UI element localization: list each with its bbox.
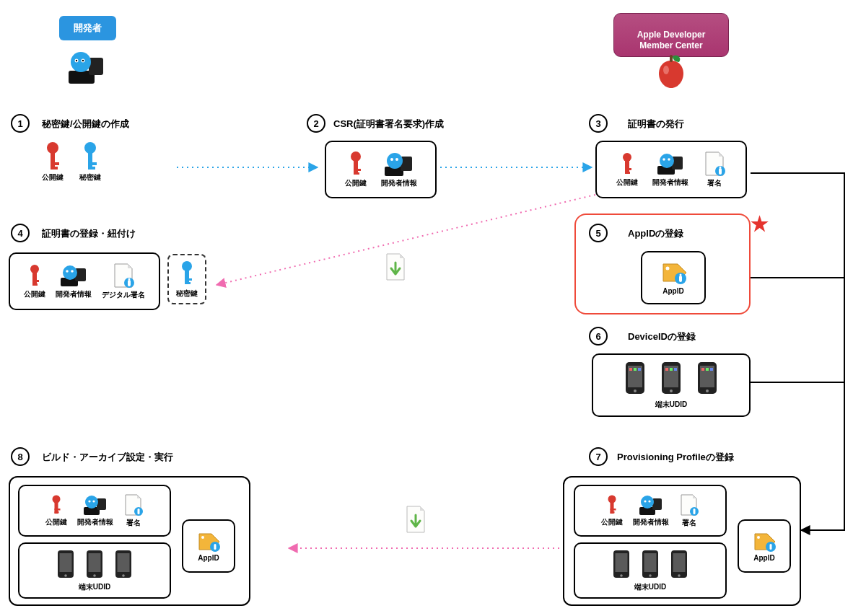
svg-point-11 — [76, 60, 77, 61]
step-8-appid-box: AppID — [182, 519, 235, 573]
step-8-cert-box: 公開鍵 開発者情報 署名 — [18, 485, 171, 537]
step-2-box: 公開鍵 開発者情報 — [325, 141, 437, 198]
phone-icon — [695, 361, 720, 395]
svg-point-43 — [720, 167, 722, 169]
appid-tag-icon — [751, 531, 777, 553]
step-7-cert-box: 公開鍵 開発者情報 署名 — [574, 485, 727, 537]
appid-tag-icon — [659, 261, 688, 286]
svg-rect-22 — [88, 167, 95, 170]
public-key-item: 公開鍵 — [601, 494, 623, 527]
svg-point-105 — [53, 496, 61, 503]
developer-icon — [82, 494, 108, 516]
svg-rect-117 — [60, 553, 72, 572]
label: 開発者情報 — [56, 289, 92, 299]
svg-rect-62 — [679, 276, 682, 282]
svg-rect-47 — [32, 283, 38, 286]
developer-avatar — [65, 49, 108, 87]
svg-point-29 — [387, 153, 403, 169]
step-4-private-key-box: 秘密鍵 — [167, 254, 206, 304]
svg-rect-110 — [97, 498, 106, 510]
svg-point-113 — [92, 500, 95, 502]
svg-point-98 — [649, 574, 652, 577]
svg-point-118 — [64, 574, 67, 577]
svg-rect-18 — [51, 167, 58, 170]
svg-point-95 — [620, 574, 623, 577]
svg-rect-26 — [354, 172, 359, 175]
key-red-icon — [620, 151, 634, 176]
label: 署名 — [682, 518, 696, 528]
svg-rect-107 — [55, 509, 61, 511]
svg-rect-120 — [89, 553, 101, 572]
key-red-icon — [605, 494, 618, 516]
svg-point-23 — [351, 151, 361, 162]
apple-icon — [652, 52, 691, 93]
device-row — [623, 361, 720, 395]
signature-item: 署名 — [123, 493, 144, 528]
signature-item: 署名 — [679, 493, 699, 528]
digital-signature-item: デジタル署名 — [102, 263, 145, 300]
appid-tag-icon — [196, 531, 222, 553]
step-1-number: 1 — [11, 114, 30, 133]
phone-icon — [659, 361, 683, 395]
svg-point-121 — [93, 574, 96, 577]
label: 公開鍵 — [42, 172, 64, 182]
svg-point-12 — [82, 60, 84, 61]
device-row — [611, 549, 689, 579]
key-blue-icon — [80, 141, 100, 171]
svg-rect-42 — [719, 168, 722, 175]
dev-info-item: 開発者情報 — [56, 263, 92, 299]
key-red-icon — [50, 494, 63, 516]
label: 秘密鍵 — [79, 172, 101, 182]
svg-point-56 — [182, 261, 192, 271]
svg-point-69 — [634, 390, 637, 392]
svg-rect-87 — [652, 498, 662, 510]
private-key-item: 秘密鍵 — [79, 141, 101, 182]
dev-info-item: 開発者情報 — [652, 151, 688, 188]
document-icon — [703, 151, 726, 177]
svg-point-13 — [663, 66, 669, 74]
label: 端末UDID — [602, 400, 740, 410]
step-8-number: 8 — [11, 447, 30, 466]
key-blue-icon — [178, 260, 196, 287]
svg-rect-84 — [611, 509, 616, 511]
label: 公開鍵 — [45, 517, 67, 527]
label: AppID — [198, 554, 219, 562]
svg-point-38 — [660, 154, 674, 168]
public-key-item: 公開鍵 — [45, 494, 67, 527]
svg-point-124 — [122, 574, 125, 577]
key-red-icon — [27, 263, 42, 288]
svg-point-50 — [63, 265, 77, 280]
label: 開発者情報 — [381, 178, 417, 188]
download-file-icon — [403, 505, 429, 536]
dev-info-item: 開発者情報 — [633, 494, 669, 527]
svg-rect-66 — [629, 368, 632, 371]
highlight-star-icon: ★ — [751, 212, 769, 236]
developer-icon — [59, 263, 88, 288]
step-3-title: 証明書の発行 — [628, 118, 684, 131]
step-6-box: 端末UDID — [592, 353, 751, 417]
step-1-title: 秘密鍵/公開鍵の作成 — [42, 118, 129, 131]
svg-point-31 — [395, 158, 398, 161]
svg-rect-104 — [770, 544, 772, 550]
label: AppID — [662, 287, 683, 295]
svg-point-55 — [128, 278, 131, 281]
step-8-udid-box: 端末UDID — [18, 542, 171, 599]
public-key-item: 公開鍵 — [616, 151, 638, 188]
svg-point-75 — [670, 390, 673, 392]
developer-header-badge: 開発者 — [59, 16, 116, 40]
svg-rect-100 — [673, 553, 686, 572]
step-3-number: 3 — [589, 114, 608, 133]
phone-icon — [113, 549, 134, 579]
label: 端末UDID — [582, 582, 718, 592]
svg-rect-45 — [32, 272, 37, 285]
label: 開発者情報 — [652, 177, 688, 188]
phone-icon — [611, 549, 631, 579]
svg-rect-85 — [611, 511, 615, 514]
svg-rect-73 — [670, 368, 673, 371]
svg-rect-72 — [665, 368, 668, 371]
phone-icon — [669, 549, 689, 579]
document-icon — [679, 493, 699, 516]
public-key-item: 公開鍵 — [24, 263, 45, 299]
step-7-appid-box: AppID — [738, 519, 791, 573]
svg-rect-127 — [214, 544, 216, 550]
